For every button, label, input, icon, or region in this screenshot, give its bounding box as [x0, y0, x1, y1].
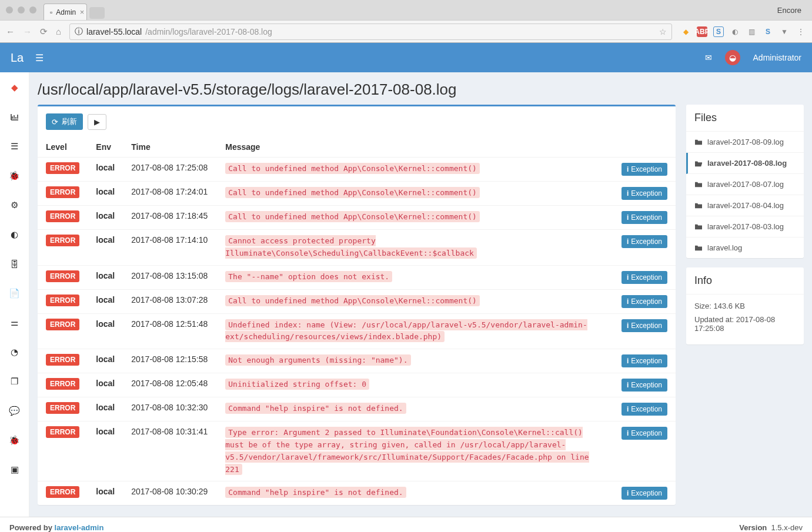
file-item[interactable]: laravel.log [686, 237, 804, 258]
table-row: ERRORlocal2017-08-08 17:18:45Call to und… [38, 206, 676, 230]
reload-button[interactable]: ⟳ [40, 26, 48, 37]
exception-button[interactable]: i Exception [621, 187, 667, 200]
log-box: ⟳ 刷新 ▶ Level Env Time [38, 105, 676, 505]
th-time: Time [123, 137, 217, 158]
sidebar-sliders-icon[interactable]: ⚌ [0, 313, 29, 332]
sidebar-database-icon[interactable]: 🗄 [0, 255, 29, 273]
exception-button[interactable]: i Exception [621, 295, 667, 308]
exception-button[interactable]: i Exception [621, 403, 667, 416]
exception-button[interactable]: i Exception [621, 211, 667, 224]
back-button[interactable]: ← [6, 26, 15, 36]
sidebar-clone-icon[interactable]: ❐ [0, 372, 29, 391]
sidebar-wallet-icon[interactable]: ▣ [0, 460, 29, 479]
exception-button[interactable]: i Exception [621, 235, 667, 248]
level-badge: ERROR [46, 186, 79, 198]
message-cell: Type error: Argument 2 passed to Illumin… [225, 427, 589, 474]
sidebar-gears-icon[interactable]: ⚙ [0, 196, 29, 215]
refresh-button[interactable]: ⟳ 刷新 [46, 113, 83, 130]
exception-button[interactable]: i Exception [621, 487, 667, 500]
file-item[interactable]: laravel-2017-08-08.log [686, 153, 804, 174]
exception-button[interactable]: i Exception [621, 163, 667, 176]
file-item[interactable]: laravel-2017-08-09.log [686, 132, 804, 153]
powered-link[interactable]: laravel-admin [55, 523, 104, 532]
files-panel: Files laravel-2017-08-09.loglaravel-2017… [686, 105, 804, 258]
info-icon: i [627, 405, 629, 413]
message-cell: Cannot access protected property Illumin… [225, 235, 477, 259]
time-cell: 2017-08-08 17:14:10 [131, 235, 208, 245]
message-cell: Undefined index: name (View: /usr/local/… [225, 319, 587, 343]
level-badge: ERROR [46, 210, 79, 222]
env-cell: local [96, 354, 115, 364]
info-icon: i [627, 429, 629, 437]
home-button[interactable]: ⌂ [56, 26, 61, 36]
ext-icon-s[interactable]: S [713, 26, 724, 37]
ext-icon-2[interactable]: ◐ [730, 26, 740, 37]
sidebar-clock-icon[interactable]: ◔ [0, 343, 29, 362]
ext-icon-4[interactable]: S [763, 26, 773, 37]
app-header: La ☰ ✉ ◒ Administrator [0, 43, 812, 72]
bookmark-icon[interactable]: ☆ [659, 27, 667, 36]
minimize-window-button[interactable] [18, 6, 25, 14]
time-cell: 2017-08-08 10:32:30 [131, 403, 208, 412]
file-item[interactable]: laravel-2017-08-04.log [686, 195, 804, 216]
level-badge: ERROR [46, 319, 79, 330]
menu-icon[interactable]: ⋮ [796, 26, 806, 37]
exception-button[interactable]: i Exception [621, 354, 667, 367]
close-tab-icon[interactable]: × [80, 8, 85, 16]
log-toolbar: ⟳ 刷新 ▶ [38, 106, 676, 130]
sidebar-file-icon[interactable]: 📄 [0, 284, 29, 303]
info-icon: i [627, 489, 629, 497]
sidebar-bug2-icon[interactable]: 🐞 [0, 431, 29, 450]
sidebar-server-icon[interactable]: ☰ [0, 137, 29, 156]
ext-icon-1[interactable]: ◆ [680, 26, 691, 37]
env-cell: local [96, 379, 115, 388]
sidebar-toggle-icon[interactable]: ◐ [0, 225, 29, 244]
time-cell: 2017-08-08 12:15:58 [131, 354, 208, 364]
table-row: ERRORlocal2017-08-08 10:31:41Type error:… [38, 421, 676, 481]
exception-button[interactable]: i Exception [621, 427, 667, 440]
level-badge: ERROR [46, 162, 79, 174]
close-window-button[interactable] [6, 6, 13, 14]
sidebar-chat-icon[interactable]: 💬 [0, 401, 29, 420]
file-name: laravel-2017-08-03.log [707, 222, 784, 231]
table-row: ERRORlocal2017-08-08 17:24:01Call to und… [38, 182, 676, 206]
info-icon: i [627, 213, 629, 222]
sidebar-bug-icon[interactable]: 🐞 [0, 166, 29, 185]
avatar[interactable]: ◒ [725, 50, 740, 65]
zoom-window-button[interactable] [29, 6, 36, 14]
title-bar: ▫ Admin × Encore [0, 0, 812, 20]
time-cell: 2017-08-08 17:24:01 [131, 187, 208, 196]
file-name: laravel-2017-08-04.log [707, 201, 784, 210]
file-item[interactable]: laravel-2017-08-07.log [686, 174, 804, 195]
play-button[interactable]: ▶ [88, 114, 106, 130]
url-field[interactable]: ⓘ laravel-55.local/admin/logs/laravel-20… [69, 24, 672, 40]
sidebar-laravel-icon[interactable]: ◆ [0, 78, 29, 97]
exception-button[interactable]: i Exception [621, 271, 667, 284]
info-updated: Updated at: 2017-08-08 17:25:08 [694, 315, 796, 333]
file-item[interactable]: laravel-2017-08-03.log [686, 216, 804, 237]
logo[interactable]: La [11, 51, 24, 65]
sidebar-chart-icon[interactable] [0, 108, 29, 126]
message-cell: Call to undefined method App\Console\Ker… [225, 163, 480, 174]
info-panel-title: Info [686, 267, 804, 295]
abp-icon[interactable]: ABP [697, 26, 707, 37]
th-actions [613, 137, 676, 158]
file-name: laravel-2017-08-07.log [707, 180, 784, 189]
sidebar: ◆ ☰ 🐞 ⚙ ◐ 🗄 📄 ⚌ ◔ ❐ 💬 🐞 ▣ [0, 72, 29, 517]
sidebar-toggle-button[interactable]: ☰ [35, 52, 44, 63]
new-tab-button[interactable] [89, 7, 105, 19]
version-value: 1.5.x-dev [771, 523, 803, 532]
mail-icon[interactable]: ✉ [705, 53, 712, 62]
browser-tab-admin[interactable]: ▫ Admin × [44, 4, 87, 20]
file-name: laravel-2017-08-09.log [707, 138, 784, 146]
username[interactable]: Administrator [753, 53, 801, 62]
env-cell: local [96, 319, 115, 329]
time-cell: 2017-08-08 17:25:08 [131, 163, 208, 172]
ext-icon-5[interactable]: ▼ [779, 26, 790, 37]
exception-button[interactable]: i Exception [621, 379, 667, 392]
level-badge: ERROR [46, 235, 79, 246]
play-icon: ▶ [94, 118, 100, 126]
ext-icon-3[interactable]: ▥ [746, 26, 757, 37]
file-name: laravel-2017-08-08.log [707, 159, 787, 168]
exception-button[interactable]: i Exception [621, 319, 667, 332]
